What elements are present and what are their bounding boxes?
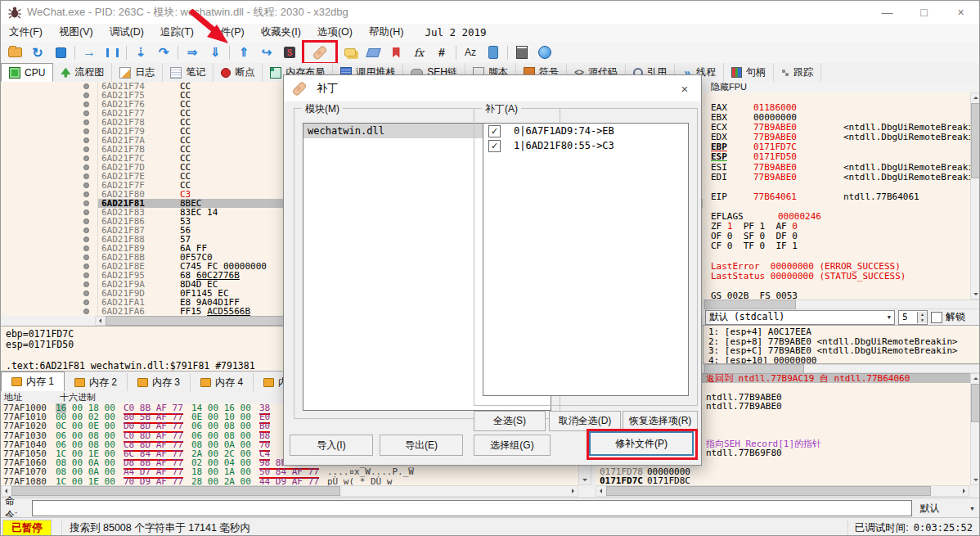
patch-checkbox[interactable]: ✓ bbox=[488, 125, 501, 137]
scrollbar-thumb[interactable] bbox=[11, 486, 340, 496]
breakpoint-dot[interactable] bbox=[83, 200, 89, 206]
breakpoint-dot[interactable] bbox=[83, 245, 89, 251]
pause-button[interactable] bbox=[101, 43, 123, 62]
breakpoint-dot[interactable] bbox=[83, 173, 89, 179]
registers-vertical-scrollbar[interactable] bbox=[970, 92, 980, 300]
tab-handles[interactable]: 句柄 bbox=[724, 63, 774, 82]
open-file-button[interactable] bbox=[4, 43, 25, 62]
functions-button[interactable] bbox=[408, 43, 429, 62]
dump-row[interactable]: 77AF10801C 00 1E 0070 D9 AF 7728 00 2A 0… bbox=[1, 477, 578, 486]
notify-button[interactable] bbox=[483, 43, 504, 62]
memory-tab-4[interactable]: 内存 4 bbox=[191, 373, 254, 392]
breakpoint-dot[interactable] bbox=[83, 191, 89, 197]
breakpoint-dot[interactable] bbox=[83, 254, 89, 260]
breakpoint-dot[interactable] bbox=[83, 128, 89, 134]
font-settings-button[interactable] bbox=[460, 43, 481, 62]
export-button[interactable]: 导出(E) bbox=[380, 435, 463, 456]
restart-button[interactable] bbox=[27, 43, 48, 62]
scroll-down-icon[interactable] bbox=[971, 475, 980, 484]
patch-list-item[interactable]: ✓1|6AD21F80:55->C3 bbox=[483, 138, 688, 153]
breakpoint-dot[interactable] bbox=[83, 300, 89, 305]
breakpoint-dot[interactable] bbox=[83, 227, 89, 233]
pick-group-button[interactable]: 选择组(G) bbox=[474, 435, 551, 456]
patches-list[interactable]: ✓0|6A7F1AD9:74->EB✓1|6AD21F80:55->C3 bbox=[483, 123, 689, 396]
import-button[interactable]: 导入(I) bbox=[290, 435, 373, 456]
scroll-left-icon[interactable] bbox=[596, 486, 606, 496]
breakpoint-dot[interactable] bbox=[83, 218, 89, 224]
scroll-up-icon[interactable] bbox=[971, 374, 980, 384]
menu-item-0[interactable]: 文件(F) bbox=[1, 24, 51, 42]
command-input[interactable] bbox=[32, 500, 911, 516]
website-button[interactable] bbox=[534, 43, 555, 62]
scroll-right-icon[interactable] bbox=[568, 486, 578, 496]
patch-checkbox[interactable]: ✓ bbox=[488, 140, 501, 152]
tab-trace[interactable]: 跟踪 bbox=[774, 63, 821, 82]
breakpoint-dot[interactable] bbox=[83, 209, 89, 215]
register-line[interactable]: EDI77B9ABE0<ntdll.DbgUiRemoteBreakin> bbox=[711, 173, 978, 182]
execute-till-return-button[interactable] bbox=[233, 43, 254, 62]
patch-dialog-titlebar[interactable]: 补丁 × bbox=[284, 75, 701, 101]
minimize-button[interactable]: — bbox=[869, 1, 906, 24]
patch-file-button[interactable]: 修补文件(P) bbox=[589, 431, 694, 456]
menu-item-2[interactable]: 调试(D) bbox=[101, 24, 152, 42]
menu-item-4[interactable]: 插件(P) bbox=[202, 24, 253, 42]
patches-button[interactable] bbox=[302, 40, 338, 65]
stack-row[interactable]: 0171FD7C0171FD8C bbox=[596, 476, 970, 485]
close-button[interactable]: × bbox=[942, 1, 979, 24]
breakpoint-dot[interactable] bbox=[83, 236, 89, 242]
dump-horizontal-scrollbar[interactable] bbox=[1, 485, 578, 497]
step-into-button[interactable] bbox=[130, 43, 151, 62]
scroll-left-icon[interactable] bbox=[96, 316, 106, 326]
stop-button[interactable] bbox=[50, 43, 71, 62]
comments-button[interactable] bbox=[339, 43, 361, 62]
register-line[interactable]: EBP0171FD7C bbox=[711, 142, 978, 152]
tab-breakpoint[interactable]: 断点 bbox=[214, 63, 263, 82]
breakpoint-dot[interactable] bbox=[83, 110, 89, 116]
breakpoint-dot[interactable] bbox=[83, 164, 89, 170]
arguments-scrollbar[interactable] bbox=[703, 364, 980, 373]
calling-convention-select[interactable]: 默认 (stdcall) ▼ bbox=[705, 310, 895, 325]
scrollbar-thumb[interactable] bbox=[971, 384, 980, 422]
tab-graph[interactable]: 流程图 bbox=[53, 63, 112, 82]
tab-notes[interactable]: 笔记 bbox=[163, 63, 214, 82]
register-line[interactable] bbox=[711, 202, 978, 212]
scroll-down-icon[interactable] bbox=[580, 475, 590, 484]
menu-item-6[interactable]: 选项(O) bbox=[309, 24, 361, 42]
memory-tab-2[interactable]: 内存 2 bbox=[65, 373, 128, 392]
scrollbar-thumb[interactable] bbox=[704, 364, 804, 374]
registers-horizontal-scrollbar[interactable] bbox=[703, 300, 980, 309]
command-mode-dropdown[interactable]: 默认 ▼ bbox=[916, 501, 980, 516]
breakpoint-dot[interactable] bbox=[83, 263, 89, 269]
breakpoint-dot[interactable] bbox=[83, 92, 89, 98]
menu-item-3[interactable]: 追踪(T) bbox=[152, 24, 202, 42]
scrollbar-thumb[interactable] bbox=[971, 103, 980, 178]
stack-horizontal-scrollbar[interactable] bbox=[596, 485, 969, 497]
menu-item-1[interactable]: 视图(V) bbox=[51, 24, 101, 42]
breakpoint-dot[interactable] bbox=[83, 146, 89, 152]
calculator-button[interactable] bbox=[511, 43, 533, 62]
breakpoint-dot[interactable] bbox=[83, 119, 89, 125]
patch-list-item[interactable]: ✓0|6A7F1AD9:74->EB bbox=[483, 124, 688, 138]
register-line[interactable]: EDX77B9ABE0<ntdll.DbgUiRemoteBreakin> bbox=[711, 133, 978, 142]
stepper-arrows[interactable]: ▲▼ bbox=[917, 312, 927, 323]
run-until-button[interactable] bbox=[182, 43, 203, 62]
register-line[interactable]: EIP77B64061ntdll.77B64061 bbox=[711, 192, 978, 202]
hide-fpu-button[interactable]: 隐藏FPU bbox=[703, 82, 980, 93]
memory-tab-3[interactable]: 内存 3 bbox=[128, 373, 191, 392]
breakpoint-dot[interactable] bbox=[83, 83, 89, 89]
step-over-button[interactable] bbox=[153, 43, 174, 62]
dialog-close-button[interactable]: × bbox=[668, 75, 701, 101]
step-down-button[interactable] bbox=[205, 43, 226, 62]
run-to-user-code-button[interactable] bbox=[256, 43, 277, 62]
register-line[interactable]: LastStatus 00000000 (STATUS_SUCCESS) bbox=[711, 272, 978, 282]
argument-count-stepper[interactable]: 5 ▲▼ bbox=[898, 310, 928, 325]
run-button[interactable] bbox=[79, 43, 100, 62]
stack-vertical-scrollbar[interactable] bbox=[970, 373, 980, 485]
breakpoint-dot[interactable] bbox=[83, 282, 89, 287]
bookmarks-button[interactable] bbox=[385, 43, 407, 62]
register-line[interactable]: EAX01186000 bbox=[711, 103, 978, 113]
scroll-right-icon[interactable] bbox=[959, 486, 969, 496]
maximize-button[interactable]: □ bbox=[906, 1, 942, 24]
breakpoint-dot[interactable] bbox=[83, 291, 89, 296]
menu-item-5[interactable]: 收藏夹(I) bbox=[253, 24, 309, 42]
